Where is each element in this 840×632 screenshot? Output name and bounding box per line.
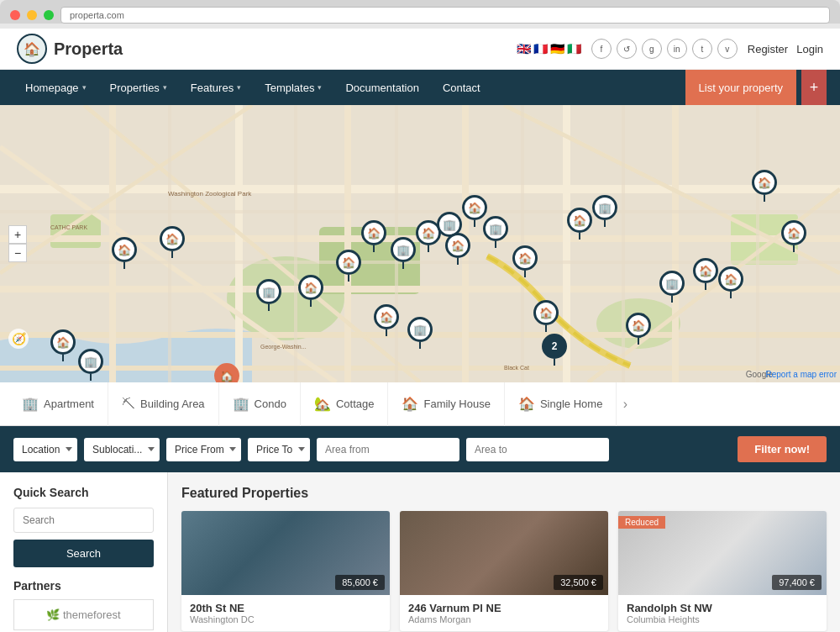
refresh-icon[interactable]: ↺ <box>617 39 637 59</box>
logo-text: Properta <box>54 40 123 59</box>
svg-rect-14 <box>462 105 469 382</box>
price-from-select[interactable]: Price From <box>166 438 241 461</box>
apartment-icon: 🏢 <box>22 396 39 412</box>
facebook-icon[interactable]: f <box>591 39 612 59</box>
flag-fr[interactable]: 🇫🇷 <box>533 42 548 55</box>
property-info-1: 20th St NE Washington DC <box>181 595 390 631</box>
social-icons: f ↺ g in t v <box>591 39 738 59</box>
property-card-3[interactable]: Reduced 97,400 € Randolph St NW Columbia… <box>618 511 827 631</box>
nav-documentation[interactable]: Documentation <box>333 70 430 105</box>
register-link[interactable]: Register <box>748 43 788 55</box>
flag-uk[interactable]: 🇬🇧 <box>517 42 531 55</box>
area-from-input[interactable] <box>317 438 459 461</box>
auth-links: Register Login <box>748 43 823 55</box>
list-property-button[interactable]: List your property <box>685 70 796 105</box>
area-to-input[interactable] <box>466 438 609 461</box>
property-image-3: Reduced 97,400 € <box>618 511 827 595</box>
svg-text:George-Washin...: George-Washin... <box>260 344 307 350</box>
filter-now-button[interactable]: Filter now! <box>738 436 827 462</box>
property-subtitle-3: Columbia Heights <box>627 614 818 624</box>
vimeo-icon[interactable]: v <box>717 39 738 59</box>
svg-rect-26 <box>395 105 398 382</box>
minimize-dot[interactable] <box>27 10 37 20</box>
login-link[interactable]: Login <box>796 43 823 55</box>
property-name-3: Randolph St NW <box>627 602 818 614</box>
svg-rect-13 <box>344 105 351 382</box>
nav-plus-button[interactable]: + <box>801 70 827 105</box>
report-map-error-link[interactable]: Report a map error <box>766 370 837 379</box>
flag-it[interactable]: 🇮🇹 <box>567 42 581 55</box>
top-bar: 🏠 Properta 🇬🇧 🇫🇷 🇩🇪 🇮🇹 f ↺ g in t v Re <box>0 29 840 70</box>
twitter-icon[interactable]: t <box>692 39 712 59</box>
nav-homepage[interactable]: Homepage ▾ <box>13 70 98 105</box>
category-cottage[interactable]: 🏡 Cottage <box>301 382 389 426</box>
svg-rect-10 <box>0 366 840 371</box>
map-zoom-controls: + − <box>8 225 27 262</box>
location-select[interactable]: Location <box>13 438 77 461</box>
property-subtitle-1: Washington DC <box>190 614 381 624</box>
svg-text:Washington Zoological Park: Washington Zoological Park <box>168 190 252 198</box>
flag-de[interactable]: 🇩🇪 <box>550 42 564 55</box>
category-next-button[interactable]: › <box>617 382 633 426</box>
svg-rect-23 <box>0 261 840 264</box>
flag-icons: 🇬🇧 🇫🇷 🇩🇪 🇮🇹 <box>517 42 581 55</box>
zoom-out-button[interactable]: − <box>8 244 27 262</box>
browser-chrome: properta.com <box>0 0 840 24</box>
zoom-in-button[interactable]: + <box>8 225 27 244</box>
address-bar[interactable]: properta.com <box>60 7 830 24</box>
price-badge-2: 32,500 € <box>554 575 603 590</box>
search-input[interactable] <box>13 508 154 533</box>
nav-properties[interactable]: Properties ▾ <box>98 70 179 105</box>
main-content: Featured Properties 85,600 € 20th St NE … <box>168 472 840 632</box>
svg-rect-27 <box>521 105 524 382</box>
properties-grid: 85,600 € 20th St NE Washington DC 32,500… <box>181 511 827 631</box>
price-to-select[interactable]: Price To <box>248 438 310 461</box>
lower-section: Quick Search Search Partners 🌿 themefore… <box>0 472 840 632</box>
logo-icon: 🏠 <box>17 34 47 64</box>
sublocation-select[interactable]: Sublocati... <box>84 438 160 461</box>
linkedin-icon[interactable]: in <box>667 39 687 59</box>
category-family-house[interactable]: 🏠 Family House <box>388 382 504 426</box>
close-dot[interactable] <box>10 10 20 20</box>
featured-title: Featured Properties <box>181 486 827 501</box>
chevron-down-icon: ▾ <box>318 83 322 92</box>
svg-rect-29 <box>756 105 759 382</box>
svg-rect-2 <box>50 214 101 248</box>
partners-title: Partners <box>13 579 154 592</box>
svg-rect-11 <box>109 105 116 382</box>
top-right: 🇬🇧 🇫🇷 🇩🇪 🇮🇹 f ↺ g in t v Register Login <box>517 39 823 59</box>
category-single-home[interactable]: 🏠 Single Home <box>505 382 617 426</box>
main-nav: Homepage ▾ Properties ▾ Features ▾ Templ… <box>0 70 840 105</box>
category-building-area[interactable]: ⛏ Building Area <box>108 382 219 426</box>
cottage-icon: 🏡 <box>314 396 331 412</box>
condo-icon: 🏢 <box>233 396 249 412</box>
maximize-dot[interactable] <box>44 10 54 20</box>
svg-rect-12 <box>235 105 243 382</box>
property-card-2[interactable]: 32,500 € 246 Varnum Pl NE Adams Morgan <box>400 511 608 631</box>
property-image-2: 32,500 € <box>400 511 608 595</box>
map-svg: Washington Zoological Park CATHC PARK Ge… <box>0 105 840 382</box>
logo-area: 🏠 Properta <box>17 34 123 64</box>
map-container[interactable]: Washington Zoological Park CATHC PARK Ge… <box>0 105 840 382</box>
sidebar: Quick Search Search Partners 🌿 themefore… <box>0 472 168 632</box>
svg-rect-15 <box>563 105 570 382</box>
property-subtitle-2: Adams Morgan <box>408 614 600 624</box>
nav-templates[interactable]: Templates ▾ <box>253 70 333 105</box>
nav-contact[interactable]: Contact <box>431 70 492 105</box>
svg-text:Black Cat: Black Cat <box>504 365 529 371</box>
quick-search-title: Quick Search <box>13 486 154 499</box>
category-condo[interactable]: 🏢 Condo <box>219 382 301 426</box>
building-icon: ⛏ <box>122 397 135 412</box>
search-button[interactable]: Search <box>13 540 154 567</box>
svg-rect-28 <box>622 105 625 382</box>
family-house-icon: 🏠 <box>402 396 418 412</box>
property-card-1[interactable]: 85,600 € 20th St NE Washington DC <box>181 511 390 631</box>
category-apartment[interactable]: 🏢 Apartment <box>8 382 108 426</box>
property-name-1: 20th St NE <box>190 602 381 614</box>
category-bar: 🏢 Apartment ⛏ Building Area 🏢 Condo 🏡 Co… <box>0 382 840 426</box>
google-plus-icon[interactable]: g <box>642 39 662 59</box>
price-badge-3: 97,400 € <box>772 575 822 590</box>
chevron-down-icon: ▾ <box>82 83 87 92</box>
property-info-2: 246 Varnum Pl NE Adams Morgan <box>400 595 608 631</box>
nav-features[interactable]: Features ▾ <box>179 70 253 105</box>
